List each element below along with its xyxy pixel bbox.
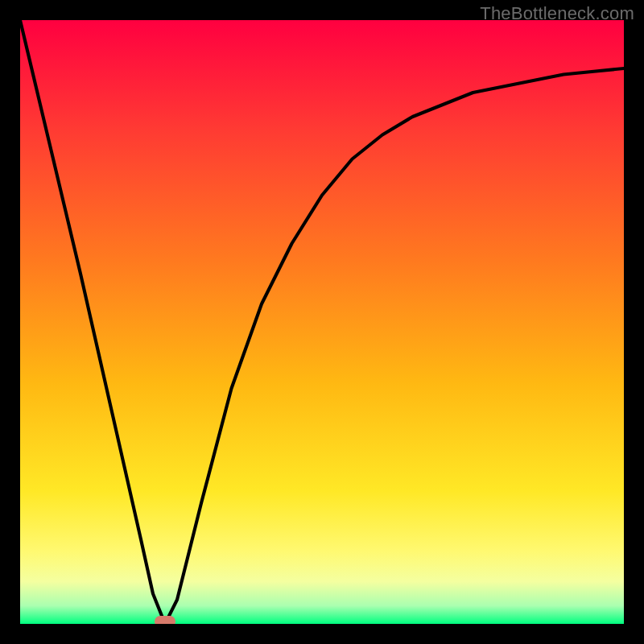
watermark-text: TheBottleneck.com [480,3,634,24]
plot-area [20,20,624,624]
optimal-point-marker [155,616,175,624]
bottleneck-curve [20,20,624,624]
outer-frame: TheBottleneck.com [0,0,644,644]
